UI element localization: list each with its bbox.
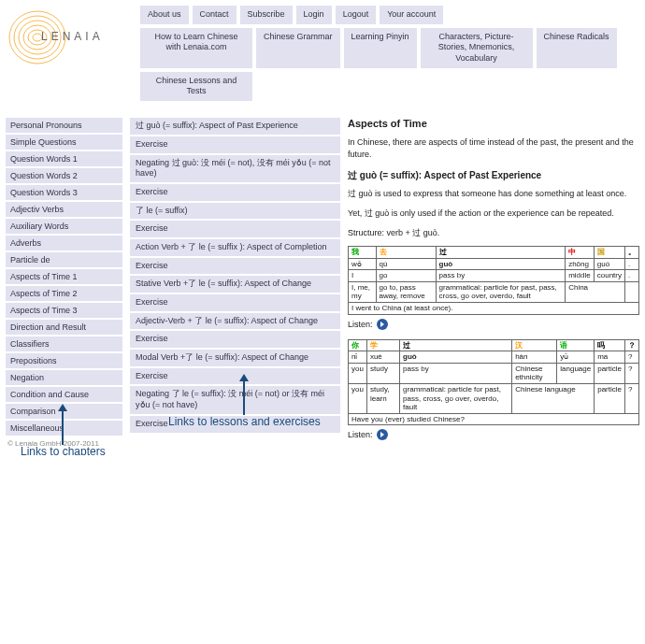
sidebar-item[interactable]: Simple Questions	[6, 135, 122, 150]
lesson-item[interactable]: Modal Verb +了 le (= suffix): Aspect of C…	[130, 350, 340, 366]
sidebar-item[interactable]: Classifiers	[6, 336, 122, 351]
lesson-item[interactable]: Exercise	[130, 258, 340, 275]
annotation-lessons: Links to lessons and exercises	[168, 415, 321, 428]
sentence-table: 我去过中国。wǒqùguòzhōngguó.Igopass bymiddleco…	[348, 246, 639, 315]
sidebar-item[interactable]: Condition and Cause	[6, 387, 122, 402]
section-title: 过 guò (= suffix): Aspect of Past Experie…	[348, 169, 639, 182]
main-content: Aspects of Time In Chinese, there are as…	[348, 118, 639, 450]
sidebar-item[interactable]: Aspects of Time 1	[6, 269, 122, 284]
lesson-item[interactable]: Adjectiv-Verb + 了 le (= suffix): Aspect …	[130, 313, 340, 330]
sidebar-item[interactable]: Question Words 2	[6, 168, 122, 183]
nav-logout[interactable]: Logout	[336, 6, 377, 24]
sidebar-item[interactable]: Direction and Result	[6, 320, 122, 335]
listen-label: Listen:	[348, 320, 373, 329]
lesson-item[interactable]: Exercise	[130, 331, 340, 348]
nav-about-us[interactable]: About us	[140, 6, 189, 24]
sidebar-item[interactable]: Prepositions	[6, 353, 122, 368]
lesson-item[interactable]: Exercise	[130, 136, 340, 153]
top-nav: About usContactSubscribeLoginLogoutYour …	[140, 6, 639, 24]
annotation-sidebar: Links to chapters	[21, 445, 106, 455]
logo-text: LENAIA	[41, 30, 104, 43]
mainnav-item[interactable]: Characters, Picture-Stories, Mnemonics, …	[421, 28, 533, 68]
lesson-item[interactable]: Stative Verb +了 le (= suffix): Aspect of…	[130, 276, 340, 293]
sidebar-item[interactable]: Aspects of Time 2	[6, 286, 122, 301]
lesson-item[interactable]: Exercise	[130, 221, 340, 237]
sidebar-item[interactable]: Adjectiv Verbs	[6, 202, 122, 217]
paragraph: Yet, 过 guò is only used if the action or…	[348, 208, 639, 220]
sidebar-item[interactable]: Negation	[6, 370, 122, 385]
sidebar-item[interactable]: Auxiliary Words	[6, 219, 122, 234]
nav-your-account[interactable]: Your account	[380, 6, 443, 24]
sidebar-item[interactable]: Adverbs	[6, 236, 122, 250]
lesson-item[interactable]: Exercise	[130, 184, 340, 201]
sidebar-item[interactable]: Question Words 1	[6, 151, 122, 166]
sidebar-item[interactable]: Question Words 3	[6, 185, 122, 200]
sidebar-item[interactable]: Personal Pronouns	[6, 118, 122, 133]
page-title: Aspects of Time	[348, 118, 639, 129]
lesson-item[interactable]: Action Verb + 了 le (= suffix ): Aspect o…	[130, 239, 340, 256]
lesson-item[interactable]: 过 guò (= suffix): Aspect of Past Experie…	[130, 118, 340, 135]
paragraph: 过 guò is used to express that someone ha…	[348, 188, 639, 200]
sidebar-item[interactable]: Particle de	[6, 252, 122, 267]
mainnav-item[interactable]: Chinese Radicals	[537, 28, 617, 68]
mainnav-item[interactable]: Chinese Grammar	[256, 28, 340, 68]
structure-text: Structure: verb + 过 guò.	[348, 227, 639, 239]
nav-contact[interactable]: Contact	[193, 6, 236, 24]
listen-label: Listen:	[348, 430, 373, 439]
nav-subscribe[interactable]: Subscribe	[240, 6, 293, 24]
mainnav-item[interactable]: How to Learn Chinese with Lenaia.com	[140, 28, 252, 68]
mainnav-item[interactable]: Chinese Lessons and Tests	[140, 72, 252, 101]
lesson-item[interactable]: 了 le (= suffix)	[130, 203, 340, 220]
nav-login[interactable]: Login	[296, 6, 332, 24]
lesson-item[interactable]: Negating 过 guò: 没 méi (= not), 没有 méi yǒ…	[130, 155, 340, 182]
main-nav: How to Learn Chinese with Lenaia.comChin…	[140, 28, 639, 101]
lesson-item[interactable]: Exercise	[130, 294, 340, 311]
play-icon[interactable]	[377, 429, 388, 440]
sidebar: Personal PronounsSimple QuestionsQuestio…	[6, 118, 122, 450]
mainnav-item[interactable]: Learning Pinyin	[344, 28, 417, 68]
logo: LENAIA	[6, 6, 118, 71]
play-icon[interactable]	[377, 319, 388, 330]
intro-text: In Chinese, there are aspects of time in…	[348, 136, 639, 160]
sentence-table: 你学过汉语吗？nǐxuéguòhànyǔma?youstudypass byCh…	[348, 339, 639, 426]
sidebar-item[interactable]: Aspects of Time 3	[6, 303, 122, 318]
